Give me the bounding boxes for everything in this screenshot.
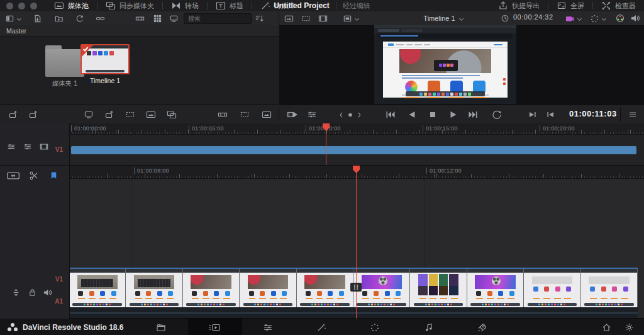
- page-fairlight[interactable]: [420, 322, 438, 333]
- inspector-button[interactable]: 检查器: [593, 0, 644, 11]
- viewer-safe-area-button[interactable]: [301, 13, 311, 23]
- place-on-top-button[interactable]: [125, 110, 136, 120]
- filmstrip-frame-reel[interactable]: [467, 269, 524, 307]
- filmstrip-frame-keyboard[interactable]: [126, 269, 182, 307]
- audio-trim-icon[interactable]: [23, 142, 33, 151]
- page-fusion[interactable]: [313, 322, 330, 333]
- cut-point-handle[interactable]: ⁅⁆: [350, 283, 362, 292]
- filmstrip-frame-desk[interactable]: [183, 269, 240, 307]
- filmstrip-frame-keyboard[interactable]: [69, 269, 126, 307]
- view-monitor-button[interactable]: [169, 13, 179, 23]
- filmstrip-frame-desk[interactable]: [240, 269, 296, 307]
- tools-button[interactable]: [306, 110, 318, 120]
- sort-button[interactable]: [255, 13, 264, 23]
- zoom-timeline-body[interactable]: 01:00:08:0001:00:12:00 ⁅⁆: [69, 166, 644, 319]
- go-to-start-button[interactable]: [385, 110, 396, 120]
- filmstrip-frame-desk[interactable]: [297, 269, 353, 307]
- duration-clock-button[interactable]: [501, 13, 509, 23]
- upper-playhead[interactable]: [326, 123, 326, 165]
- audio-waveform-strip[interactable]: [69, 307, 638, 318]
- filmstrip-frame-appstore[interactable]: [581, 269, 638, 307]
- preview-clip-button[interactable]: [286, 110, 299, 120]
- bin-breadcrumb[interactable]: Master: [0, 25, 285, 37]
- cut-effect-button[interactable]: [239, 110, 250, 120]
- relink-button[interactable]: [96, 13, 105, 23]
- viewer-image-button[interactable]: [284, 13, 294, 23]
- media-bin-folder[interactable]: 媒体夹 1: [45, 45, 84, 88]
- quick-export-button[interactable]: 快捷导出: [490, 0, 548, 11]
- full-timeline-body[interactable]: 01:00:00:0001:00:05:0001:00:10:0001:00:1…: [69, 123, 644, 165]
- track-height-button[interactable]: [11, 288, 21, 297]
- page-edit[interactable]: [259, 322, 277, 333]
- split-clips-button[interactable]: [6, 171, 20, 181]
- lower-playhead[interactable]: [356, 166, 357, 319]
- source-overwrite-button[interactable]: [145, 110, 157, 120]
- transitions-icon: [171, 1, 181, 11]
- minimize-window-button[interactable]: [18, 3, 25, 9]
- page-media[interactable]: [152, 322, 170, 333]
- video-track-label: V1: [55, 276, 63, 283]
- viewer-film-button[interactable]: [318, 13, 328, 23]
- upper-clip-bar[interactable]: [71, 146, 636, 154]
- marker-flag-button[interactable]: [49, 171, 58, 181]
- workspace: Master 媒体夹 1 Timeline 1: [0, 25, 644, 105]
- track-tools-icon[interactable]: [6, 142, 16, 151]
- ruler-gridline: [425, 178, 425, 268]
- sync-clips-button[interactable]: [75, 13, 84, 23]
- settings-button[interactable]: [620, 322, 638, 333]
- scissors-button[interactable]: [29, 171, 39, 181]
- play-button[interactable]: [448, 110, 458, 120]
- page-color[interactable]: [366, 322, 384, 333]
- transitions-toggle[interactable]: 转场: [163, 0, 207, 11]
- lock-track-button[interactable]: [28, 288, 37, 297]
- effects-toggle[interactable]: 特效库: [252, 0, 303, 11]
- close-window-button[interactable]: [6, 3, 13, 9]
- loop-button[interactable]: [492, 110, 502, 120]
- import-folder-button[interactable]: [54, 13, 64, 23]
- page-deliver[interactable]: [474, 322, 491, 333]
- sliders-icon: [306, 110, 318, 120]
- filmstrip-frame-appstore[interactable]: [524, 269, 580, 307]
- transition-button[interactable]: [217, 110, 228, 120]
- filmstrip-frame-grid[interactable]: [410, 269, 467, 307]
- swap-clip-button[interactable]: [166, 110, 177, 120]
- thumbnail-view-icon: [153, 14, 162, 23]
- color-grade-button[interactable]: [615, 13, 625, 23]
- view-filmstrip-button[interactable]: [135, 13, 145, 23]
- audio-mute-button[interactable]: [43, 288, 52, 297]
- panel-layout-button[interactable]: [5, 13, 21, 23]
- effects-strip-icon[interactable]: [39, 142, 49, 151]
- camera-reframe-button[interactable]: [565, 13, 582, 23]
- search-input[interactable]: [184, 14, 258, 23]
- sync-bin-toggle[interactable]: 同步媒体夹: [97, 0, 162, 11]
- timeline-options-button[interactable]: [628, 110, 638, 120]
- zoom-window-button[interactable]: [30, 3, 37, 9]
- loop-icon: [492, 110, 502, 120]
- magic-mask-button[interactable]: [590, 13, 606, 23]
- go-to-end-button[interactable]: [468, 110, 479, 120]
- preview-dock: [406, 91, 486, 96]
- boring-detector-button[interactable]: [338, 111, 362, 119]
- append-clip-button[interactable]: [28, 110, 39, 120]
- timeline-clip-item[interactable]: Timeline 1: [80, 44, 130, 84]
- project-manager-button[interactable]: [597, 322, 615, 333]
- view-thumbnail-button[interactable]: [153, 13, 162, 23]
- play-reverse-button[interactable]: [408, 110, 418, 120]
- import-media-button[interactable]: [33, 13, 42, 23]
- media-pool-toggle[interactable]: 媒体池: [46, 0, 97, 11]
- previous-edit-button[interactable]: [546, 110, 556, 120]
- close-up-button[interactable]: [104, 110, 115, 120]
- stop-button[interactable]: [428, 110, 438, 120]
- page-cut[interactable]: [206, 322, 223, 333]
- smart-insert-icon: [8, 110, 19, 120]
- next-edit-button[interactable]: [527, 110, 537, 120]
- smart-insert-button[interactable]: [8, 110, 19, 120]
- fullscreen-button[interactable]: 全屏: [548, 0, 592, 11]
- ripple-overwrite-button[interactable]: [83, 110, 94, 120]
- titles-toggle[interactable]: 标题: [208, 0, 252, 11]
- audio-monitor-button[interactable]: [630, 13, 640, 23]
- upper-ruler[interactable]: 01:00:00:0001:00:05:0001:00:10:0001:00:1…: [69, 123, 644, 135]
- filmstrip-frame-reel[interactable]: [353, 269, 410, 307]
- title-effect-button[interactable]: [261, 110, 272, 120]
- close-up-icon: [104, 110, 115, 120]
